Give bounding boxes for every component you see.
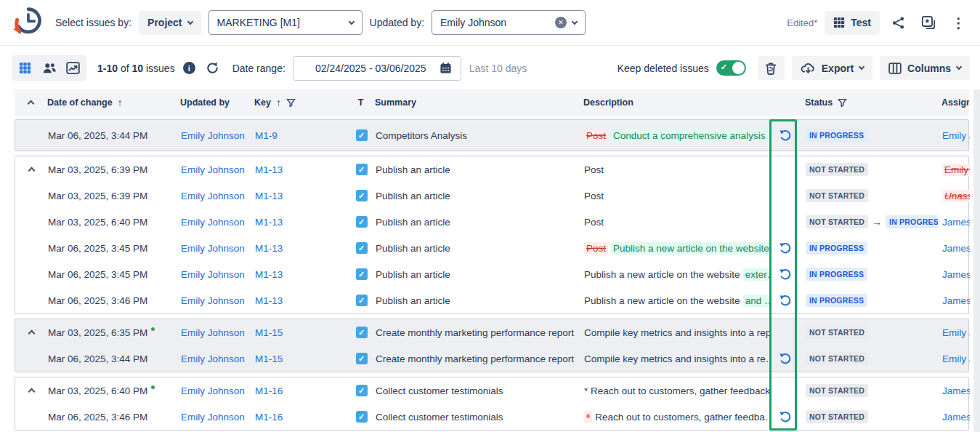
revert-change-button[interactable] bbox=[777, 409, 793, 425]
summary-text: Publish an article bbox=[376, 164, 450, 175]
revert-change-button[interactable] bbox=[777, 293, 793, 308]
users-view-button[interactable] bbox=[38, 57, 60, 79]
project-select[interactable]: MARKETING [M1] bbox=[208, 10, 363, 35]
updated-by-cell: Emily Johnson bbox=[181, 327, 255, 338]
updated-by-link[interactable]: Emily Johnson bbox=[181, 269, 245, 280]
select-by-mode-dropdown[interactable]: Project bbox=[139, 11, 201, 35]
refresh-button[interactable] bbox=[204, 60, 221, 76]
summary-text: Collect customer testimonials bbox=[376, 385, 503, 396]
calendar-icon[interactable] bbox=[440, 62, 452, 74]
issue-key-link[interactable]: M1-15 bbox=[255, 353, 283, 364]
description-cell: PostPublish a new article on the website… bbox=[584, 242, 771, 255]
assignee-cell: James bbox=[938, 269, 970, 280]
table-view-button[interactable] bbox=[14, 57, 36, 79]
keep-deleted-toggle[interactable]: ✓ bbox=[716, 60, 746, 76]
updated-by-link[interactable]: Emily Johnson bbox=[181, 295, 245, 306]
collapse-group-chevron-icon[interactable] bbox=[28, 388, 36, 394]
collapse-group-chevron-icon[interactable] bbox=[28, 167, 36, 173]
summary-cell: Publish an article bbox=[376, 191, 584, 201]
issue-key-link[interactable]: M1-16 bbox=[255, 412, 283, 423]
assignee-link[interactable]: James bbox=[942, 295, 970, 306]
issue-key-link[interactable]: M1-13 bbox=[255, 295, 283, 306]
updated-by-link[interactable]: Emily Johnson bbox=[181, 353, 245, 364]
updated-by-link[interactable]: Emily Johnson bbox=[181, 243, 245, 254]
issue-key-link[interactable]: M1-15 bbox=[255, 327, 283, 338]
issue-type-cell: ✓ bbox=[347, 385, 376, 396]
updated-by-link[interactable]: Emily Johnson bbox=[181, 217, 245, 228]
columns-button[interactable]: Columns bbox=[880, 56, 970, 80]
export-button[interactable]: Export bbox=[792, 56, 872, 80]
issue-key-cell: M1-13 bbox=[255, 217, 347, 228]
assignee-link[interactable]: James bbox=[942, 269, 970, 280]
sort-ascending-icon[interactable]: ↑ bbox=[276, 97, 281, 108]
kebab-menu-button[interactable]: ⋮ bbox=[947, 13, 970, 33]
date-range-input[interactable]: 02/24/2025 - 03/06/2025 bbox=[293, 56, 461, 81]
deleted-issues-button[interactable] bbox=[758, 56, 785, 80]
updated-by-link[interactable]: Emily Johnson bbox=[181, 191, 245, 201]
top-bar: Select issues by: Project MARKETING [M1]… bbox=[0, 0, 980, 46]
issue-key-cell: M1-9 bbox=[255, 130, 347, 141]
chart-view-button[interactable] bbox=[62, 57, 84, 79]
summary-text: Publish an article bbox=[376, 217, 450, 228]
issue-key-link[interactable]: M1-13 bbox=[255, 217, 283, 228]
assignee-link[interactable]: Emily Johnson bbox=[942, 353, 970, 364]
sort-ascending-icon[interactable]: ↑ bbox=[118, 97, 123, 108]
vertical-scrollbar[interactable] bbox=[973, 89, 980, 432]
change-date-text: Mar 06, 2025, 3:45 PM bbox=[48, 269, 147, 280]
updated-by-link[interactable]: Emily Johnson bbox=[181, 130, 245, 141]
clear-icon[interactable]: ✕ bbox=[555, 17, 567, 28]
select-by-mode-value: Project bbox=[147, 17, 182, 28]
revert-change-button[interactable] bbox=[777, 128, 793, 143]
col-type-label[interactable]: T bbox=[358, 97, 364, 108]
assignee-link[interactable]: James bbox=[942, 217, 970, 228]
assignee-link[interactable]: James bbox=[942, 412, 970, 423]
col-key-label[interactable]: Key bbox=[254, 97, 271, 108]
col-date-label[interactable]: Date of change bbox=[47, 97, 113, 108]
summary-cell: Collect customer testimonials bbox=[376, 385, 584, 396]
undo-icon bbox=[779, 268, 791, 281]
issue-key-link[interactable]: M1-13 bbox=[255, 164, 283, 175]
col-updated-by: Updated by bbox=[180, 97, 254, 108]
change-date-cell: Mar 03, 2025, 6:35 PM bbox=[48, 327, 181, 338]
updated-by-cell: Emily Johnson bbox=[181, 243, 255, 254]
updated-by-link[interactable]: Emily Johnson bbox=[181, 385, 245, 396]
status-badge: NOT STARTED bbox=[806, 163, 868, 176]
row-expand-cell bbox=[15, 387, 48, 394]
col-status-label[interactable]: Status bbox=[805, 97, 833, 108]
issue-key-link[interactable]: M1-13 bbox=[255, 243, 283, 254]
updated-by-link[interactable]: Emily Johnson bbox=[181, 327, 245, 338]
status-badge: IN PROGRESS bbox=[806, 241, 867, 255]
assignee-link[interactable]: Emily Johnson bbox=[942, 130, 970, 141]
info-icon[interactable]: i bbox=[183, 62, 195, 74]
issue-key-link[interactable]: M1-9 bbox=[255, 130, 278, 141]
assignee-link[interactable]: Emily Johnson bbox=[942, 327, 970, 338]
assignee-link[interactable]: James bbox=[942, 385, 970, 396]
share-button[interactable] bbox=[887, 13, 910, 33]
status-badge: IN PROGRESS bbox=[806, 129, 867, 142]
revert-change-button[interactable] bbox=[777, 267, 793, 282]
filter-icon[interactable] bbox=[286, 98, 296, 108]
saved-reports-button[interactable] bbox=[917, 12, 940, 33]
revert-change-button[interactable] bbox=[777, 241, 793, 256]
issue-key-link[interactable]: M1-13 bbox=[255, 191, 283, 201]
collapse-all-chevron-icon[interactable] bbox=[28, 100, 35, 106]
report-name-button[interactable]: Test bbox=[825, 11, 880, 35]
collapse-group-chevron-icon[interactable] bbox=[28, 330, 36, 336]
revert-change-button[interactable] bbox=[777, 351, 793, 367]
updated-by-link[interactable]: Emily Johnson bbox=[181, 412, 245, 423]
col-updated-by-label[interactable]: Updated by bbox=[180, 97, 230, 108]
issue-type-cell: ✓ bbox=[347, 129, 376, 141]
results-total: 10 bbox=[132, 63, 144, 74]
assignee-cell: Emily Johnson bbox=[938, 353, 970, 364]
summary-text: Create monthly marketing performance rep… bbox=[376, 353, 574, 364]
issue-key-link[interactable]: M1-13 bbox=[255, 269, 283, 280]
col-summary-label[interactable]: Summary bbox=[375, 97, 416, 108]
col-description-label[interactable]: Description bbox=[583, 97, 633, 108]
col-assignee-label[interactable]: Assignee bbox=[941, 97, 969, 108]
results-unit: issues bbox=[146, 63, 175, 74]
filter-icon[interactable] bbox=[838, 98, 847, 108]
assignee-link[interactable]: James bbox=[942, 243, 970, 254]
updated-by-select[interactable]: Emily Johnson ✕ bbox=[432, 10, 586, 35]
issue-key-link[interactable]: M1-16 bbox=[255, 385, 283, 396]
updated-by-link[interactable]: Emily Johnson bbox=[181, 164, 245, 175]
